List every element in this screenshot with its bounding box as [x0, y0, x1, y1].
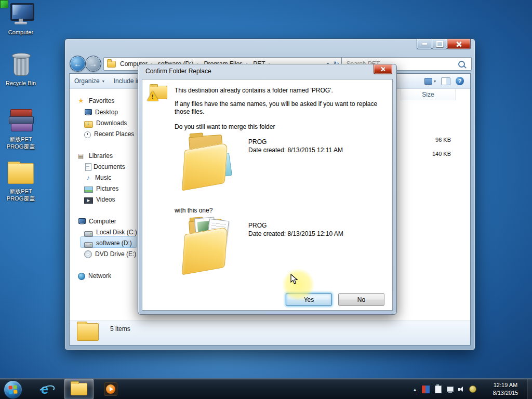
desktop-icon-label: 新版PET PROG覆盖: [1, 136, 41, 150]
dvd-icon: [84, 250, 92, 258]
confirm-folder-replace-dialog: Confirm Folder Replace ! This destinatio…: [138, 64, 397, 315]
explorer-folder-icon: [71, 383, 87, 395]
tray-network-icon[interactable]: [446, 385, 454, 393]
taskbar-media-button[interactable]: [99, 379, 123, 399]
sidebar-group-computer[interactable]: Computer: [78, 216, 116, 227]
maximize-icon: [436, 41, 443, 47]
sidebar-item-downloads[interactable]: Downloads: [84, 118, 127, 128]
sidebar-group-libraries[interactable]: ▤ Libraries: [78, 151, 113, 161]
close-button[interactable]: [447, 39, 471, 49]
sidebar-item-dvd-drive-e[interactable]: DVD Drive (E:) P: [84, 249, 142, 259]
maximize-button[interactable]: [432, 39, 447, 49]
sidebar-item-music[interactable]: ♪ Music: [84, 172, 111, 183]
network-icon: [78, 273, 85, 280]
recent-places-icon: [84, 131, 91, 138]
dialog-body: ! This destination already contains a fo…: [142, 79, 393, 311]
documents-icon: [85, 163, 91, 171]
taskbar-internet-explorer-button[interactable]: e: [32, 379, 57, 399]
mouse-cursor: [290, 274, 299, 287]
chevron-down-icon: ▾: [434, 79, 436, 84]
pictures-icon: [84, 187, 93, 193]
forward-button[interactable]: →: [85, 56, 101, 72]
dialog-close-button[interactable]: [374, 64, 392, 74]
system-tray: ▴: [412, 379, 476, 399]
dialog-message-line3: Do you still want to merge this folder: [175, 123, 275, 131]
tray-language-icon[interactable]: [421, 385, 430, 394]
folder-icon: [8, 163, 34, 184]
sidebar-item-videos[interactable]: ▶ Videos: [84, 194, 115, 205]
views-icon: [424, 78, 432, 85]
clock-time: 12:19 AM: [485, 381, 526, 389]
show-desktop-button[interactable]: [527, 379, 532, 399]
sidebar-item-recent-places[interactable]: Recent Places: [84, 129, 134, 139]
computer-icon: [9, 3, 33, 25]
dialog-message-line2: If any files have the same names, you wi…: [175, 100, 378, 116]
sidebar-item-desktop[interactable]: Desktop: [84, 107, 118, 117]
folder-icon: [77, 323, 99, 341]
sidebar-item-documents[interactable]: Documents: [84, 162, 125, 172]
sidebar-item-software-d[interactable]: software (D:): [84, 238, 132, 248]
back-arrow-icon: ←: [74, 59, 82, 68]
taskbar-explorer-button-active[interactable]: [64, 379, 94, 399]
source-folder-icon: [182, 216, 240, 280]
destination-folder-date: Date created: 8/13/2015 12:11 AM: [248, 147, 343, 154]
recycle-bin-icon: [11, 51, 30, 76]
windows-logo-icon: [8, 385, 17, 394]
dialog-title: Confirm Folder Replace: [145, 68, 211, 75]
rar-archive-icon: [8, 108, 33, 132]
drive-icon: [84, 231, 93, 237]
desktop-icon-label: 新版PET PROG覆盖: [1, 188, 41, 202]
start-button[interactable]: [4, 380, 22, 399]
desktop-icon-folder[interactable]: 新版PET PROG覆盖: [1, 163, 41, 202]
minimize-button[interactable]: [417, 39, 432, 49]
tray-volume-icon[interactable]: [458, 385, 466, 393]
destination-folder-name: PROG: [248, 138, 267, 146]
help-button[interactable]: ?: [456, 77, 464, 85]
source-folder-date: Date created: 8/13/2015 12:10 AM: [248, 230, 343, 238]
column-header-size[interactable]: Size: [401, 89, 456, 100]
forward-arrow-icon: →: [89, 59, 97, 68]
internet-explorer-icon: e: [41, 382, 48, 396]
desktop-icon-recycle-bin[interactable]: Recycle Bin: [1, 51, 41, 87]
taskbar: e ▴ 12:19 AM 8/13/2015: [0, 378, 532, 399]
tray-status-icon[interactable]: [469, 385, 476, 393]
source-folder-name: PROG: [248, 222, 267, 230]
file-size-cell[interactable]: 140 KB: [409, 151, 451, 157]
address-folder-icon: [107, 61, 116, 68]
sidebar-item-local-disk-c[interactable]: Local Disk (C:): [84, 227, 137, 237]
desktop-icon-rar-archive[interactable]: 新版PET PROG覆盖: [1, 108, 41, 150]
desktop-icon: [84, 109, 92, 116]
screen-recorder-indicator-icon: [0, 0, 8, 8]
videos-icon: ▶: [84, 197, 93, 204]
computer-icon: [78, 218, 86, 225]
change-view-button[interactable]: ▾: [424, 78, 436, 85]
music-icon: ♪: [84, 174, 92, 181]
libraries-icon: ▤: [78, 152, 86, 159]
hidden-icons-chevron-icon[interactable]: ▴: [412, 387, 418, 392]
tray-clipboard-icon[interactable]: [435, 385, 442, 393]
organize-menu-button[interactable]: Organize: [70, 77, 109, 85]
file-size-cell[interactable]: 96 KB: [409, 137, 451, 143]
desktop-icon-label: Computer: [1, 29, 41, 36]
sidebar-item-pictures[interactable]: Pictures: [84, 183, 118, 194]
minimize-icon: [422, 43, 427, 45]
desktop: Computer Recycle Bin 新版PET PROG覆盖 新版PET …: [0, 0, 532, 399]
sidebar-group-network[interactable]: Network: [78, 271, 111, 281]
destination-folder-icon: [182, 131, 240, 196]
media-player-icon: [104, 382, 117, 396]
downloads-icon: [84, 121, 93, 128]
favorites-star-icon: ★: [78, 97, 86, 104]
taskbar-clock[interactable]: 12:19 AM 8/13/2015: [485, 381, 526, 397]
close-icon: [381, 67, 385, 71]
item-count: 5 items: [110, 325, 130, 332]
caption-buttons: [417, 39, 471, 49]
no-button[interactable]: No: [338, 293, 384, 306]
preview-pane-button[interactable]: [441, 77, 450, 85]
sidebar-group-favorites[interactable]: ★ Favorites: [78, 96, 114, 106]
desktop-icon-label: Recycle Bin: [1, 79, 41, 87]
clock-date: 8/13/2015: [485, 389, 526, 397]
search-icon: [458, 61, 465, 68]
folder-warning-icon: !: [149, 85, 168, 102]
details-pane: 5 items: [70, 321, 470, 345]
back-button[interactable]: ←: [70, 56, 86, 72]
